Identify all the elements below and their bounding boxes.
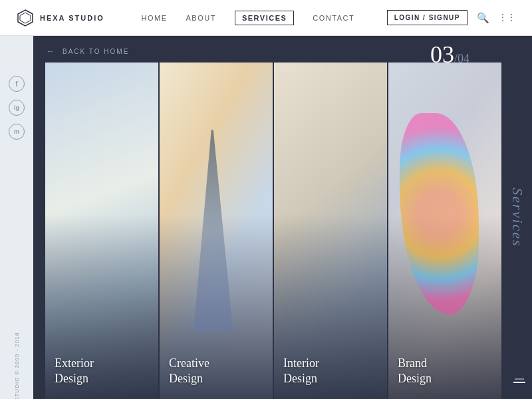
- right-sidebar: Services: [503, 36, 532, 399]
- medium-icon[interactable]: m: [9, 124, 25, 140]
- services-panel: ← BACK TO HOME 03/04 ExteriorDesign: [33, 36, 503, 399]
- svg-marker-1: [20, 13, 31, 23]
- nav-links: HOME ABOUT SERVICES CONTACT: [109, 11, 387, 25]
- back-arrow-icon: ←: [47, 47, 56, 56]
- facebook-icon[interactable]: f: [9, 76, 25, 92]
- exterior-title: ExteriorDesign: [55, 356, 149, 386]
- interior-overlay: InteriorDesign: [274, 346, 387, 399]
- nav-right: LOGIN / SIGNUP 🔍 ⋮⋮: [387, 10, 516, 25]
- nav-about[interactable]: ABOUT: [186, 14, 215, 22]
- dot-2-active: [513, 382, 525, 383]
- logo-icon: [16, 9, 35, 27]
- copyright-text: HEXA STUDIO © 2009 - 2018: [14, 332, 20, 399]
- pagination-dots: [513, 378, 525, 383]
- service-card-brand[interactable]: BrandDesign: [388, 63, 501, 399]
- back-nav-label: BACK TO HOME: [63, 48, 129, 55]
- creative-title: CreativeDesign: [169, 356, 263, 386]
- logo-area: HEXA STUDIO: [16, 9, 109, 27]
- grid-icon[interactable]: ⋮⋮: [499, 13, 516, 23]
- services-label: Services: [509, 188, 526, 247]
- brand-overlay: BrandDesign: [388, 346, 501, 399]
- creative-overlay: CreativeDesign: [160, 346, 273, 399]
- service-card-interior[interactable]: InteriorDesign: [274, 63, 387, 399]
- brand-title: BrandDesign: [398, 356, 492, 386]
- nav-contact[interactable]: CONTACT: [313, 14, 354, 22]
- navbar: HEXA STUDIO HOME ABOUT SERVICES CONTACT …: [0, 0, 532, 36]
- cards-grid: ExteriorDesign CreativeDesign InteriorDe…: [33, 63, 503, 399]
- logo-text: HEXA STUDIO: [40, 14, 104, 22]
- exterior-overlay: ExteriorDesign: [45, 346, 158, 399]
- login-button[interactable]: LOGIN / SIGNUP: [387, 10, 467, 25]
- search-icon[interactable]: 🔍: [477, 12, 489, 24]
- main-content: f ig m HEXA STUDIO © 2009 - 2018 ← BACK …: [0, 36, 532, 399]
- interior-title: InteriorDesign: [283, 356, 378, 386]
- social-icons: f ig m: [9, 76, 25, 140]
- left-sidebar: f ig m HEXA STUDIO © 2009 - 2018: [0, 36, 33, 399]
- instagram-icon[interactable]: ig: [9, 100, 25, 116]
- dot-1: [515, 378, 524, 380]
- nav-home[interactable]: HOME: [141, 14, 167, 22]
- nav-services[interactable]: SERVICES: [235, 11, 294, 25]
- service-card-creative[interactable]: CreativeDesign: [160, 63, 273, 399]
- service-card-exterior[interactable]: ExteriorDesign: [45, 63, 158, 399]
